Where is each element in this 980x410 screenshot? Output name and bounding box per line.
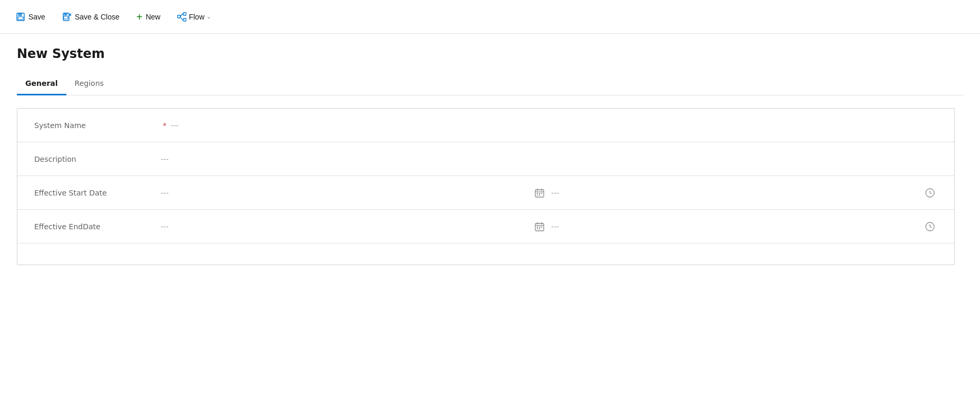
effective-start-date-label: Effective Start Date — [34, 189, 161, 197]
new-button[interactable]: + New — [129, 7, 168, 26]
description-value[interactable]: --- — [161, 155, 937, 163]
svg-rect-21 — [541, 193, 542, 194]
flow-icon — [177, 12, 187, 22]
svg-rect-20 — [539, 193, 540, 194]
flow-chevron-icon: ⌄ — [207, 14, 211, 19]
svg-rect-33 — [541, 227, 542, 228]
page-content: New System General Regions System Name *… — [0, 34, 980, 278]
effective-end-date-row: Effective EndDate --- — [17, 210, 954, 243]
description-row: Description --- — [17, 142, 954, 176]
page-title: New System — [17, 46, 963, 61]
svg-rect-22 — [537, 194, 538, 196]
svg-rect-32 — [539, 227, 540, 228]
form-bottom-spacer — [17, 243, 954, 265]
system-name-row: System Name * --- — [17, 109, 954, 142]
tab-bar: General Regions — [17, 74, 963, 95]
svg-rect-35 — [539, 228, 540, 229]
form-container: System Name * --- Description --- Effect… — [17, 108, 955, 265]
svg-rect-5 — [64, 16, 68, 19]
svg-line-12 — [180, 16, 182, 19]
svg-rect-4 — [64, 13, 67, 15]
svg-line-38 — [930, 227, 932, 228]
system-name-label: System Name — [34, 121, 161, 130]
save-close-button[interactable]: Save & Close — [55, 8, 127, 26]
svg-rect-1 — [18, 13, 22, 16]
system-name-value[interactable]: --- — [171, 121, 937, 130]
effective-start-date-calendar-icon[interactable] — [532, 186, 547, 200]
save-icon — [16, 12, 25, 22]
tab-regions[interactable]: Regions — [66, 74, 112, 95]
save-close-icon — [62, 12, 72, 22]
effective-start-date-value[interactable]: --- — [161, 189, 532, 197]
svg-line-26 — [930, 193, 932, 194]
effective-end-date-label: Effective EndDate — [34, 222, 161, 231]
effective-end-date-calendar-icon[interactable] — [532, 219, 547, 234]
tab-general[interactable]: General — [17, 74, 66, 95]
new-icon: + — [136, 12, 143, 22]
save-label: Save — [28, 13, 45, 21]
svg-line-11 — [180, 14, 182, 16]
effective-end-time-value[interactable]: --- — [551, 222, 923, 231]
effective-end-date-clock-icon[interactable] — [923, 219, 937, 234]
toolbar: Save Save & Close + New — [0, 0, 980, 34]
svg-rect-2 — [18, 17, 23, 19]
svg-rect-8 — [178, 15, 180, 18]
effective-start-date-row: Effective Start Date --- — [17, 176, 954, 210]
effective-start-date-clock-icon[interactable] — [923, 186, 937, 200]
svg-rect-19 — [537, 193, 538, 194]
flow-button[interactable]: Flow ⌄ — [170, 8, 218, 26]
new-label: New — [145, 13, 160, 21]
svg-rect-23 — [539, 194, 540, 196]
svg-rect-34 — [537, 228, 538, 229]
flow-label: Flow — [189, 13, 204, 21]
svg-rect-31 — [537, 227, 538, 228]
save-button[interactable]: Save — [8, 8, 53, 26]
effective-end-date-content: --- --- — [161, 219, 937, 234]
required-star: * — [163, 121, 166, 130]
effective-end-date-value[interactable]: --- — [161, 222, 532, 231]
save-close-label: Save & Close — [75, 13, 120, 21]
svg-rect-10 — [183, 18, 186, 21]
svg-rect-9 — [183, 13, 186, 15]
effective-start-time-value[interactable]: --- — [551, 189, 923, 197]
description-label: Description — [34, 155, 161, 163]
effective-start-date-content: --- --- — [161, 186, 937, 200]
